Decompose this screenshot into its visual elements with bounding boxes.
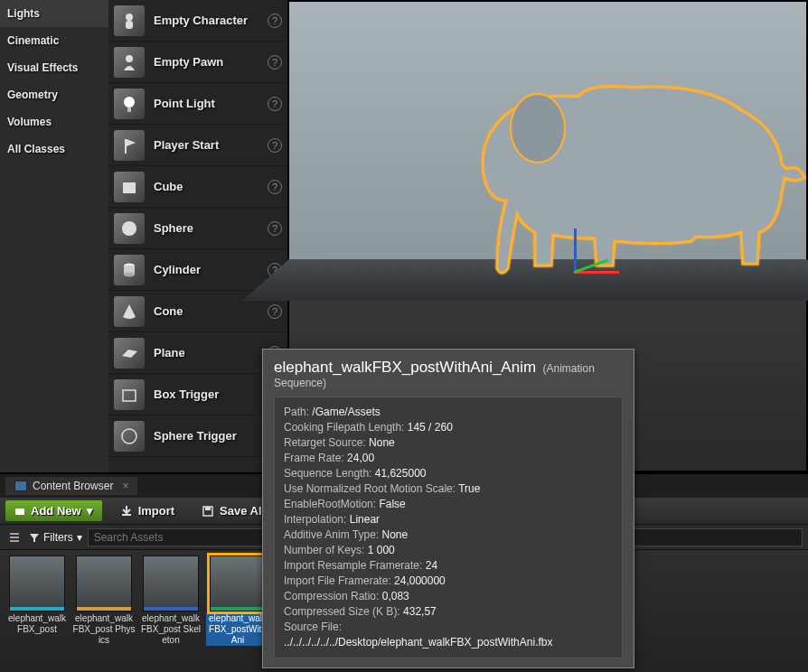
- chevron-down-icon: ▾: [87, 504, 93, 518]
- help-icon[interactable]: ?: [268, 221, 282, 236]
- asset-type-stripe: [211, 607, 265, 611]
- help-icon[interactable]: ?: [268, 55, 282, 70]
- tooltip-row-value: ../../../../../../Desktop/elephant_walkF…: [284, 636, 552, 649]
- svg-point-0: [126, 14, 133, 21]
- svg-point-3: [124, 97, 135, 107]
- actor-label: Player Start: [154, 138, 268, 152]
- tooltip-row-label: Interpolation:: [284, 513, 350, 526]
- actor-thumb-icon: [114, 338, 145, 369]
- tooltip-row-value: 24,00: [347, 452, 374, 464]
- asset-item[interactable]: elephant_walkFBX_postWithAni: [206, 555, 269, 667]
- actor-thumb-icon: [114, 172, 145, 202]
- tooltip-row-value: 24: [426, 559, 437, 572]
- category-cinematic[interactable]: Cinematic: [0, 27, 108, 54]
- tooltip-row: Path: /Game/Assets: [284, 405, 613, 420]
- actor-label: Box Trigger: [154, 387, 268, 401]
- tooltip-title: elephant_walkFBX_postWithAni_Anim: [274, 359, 536, 376]
- filter-icon: [29, 532, 40, 543]
- tooltip-row: Interpolation: Linear: [284, 512, 613, 527]
- actor-thumb-icon: [114, 130, 145, 161]
- tooltip-row-value: None: [369, 436, 395, 449]
- close-icon[interactable]: ×: [122, 480, 128, 492]
- tooltip-row-value: True: [458, 482, 480, 495]
- category-lights[interactable]: Lights: [0, 0, 108, 27]
- add-new-button[interactable]: Add New ▾: [5, 500, 102, 521]
- tooltip-row-label: Import File Framerate:: [284, 574, 394, 587]
- actor-thumb-icon: [114, 5, 145, 36]
- filters-button[interactable]: Filters ▾: [29, 531, 82, 544]
- tooltip-row: Import Resample Framerate: 24: [284, 558, 613, 574]
- asset-tooltip: elephant_walkFBX_postWithAni_Anim (Anima…: [262, 349, 634, 668]
- tooltip-row-label: Retarget Source:: [284, 436, 369, 449]
- asset-thumbnail: [76, 555, 132, 611]
- chevron-down-icon: ▾: [77, 531, 82, 544]
- help-icon[interactable]: ?: [268, 138, 282, 153]
- actor-empty-character[interactable]: Empty Character?: [108, 0, 287, 42]
- actor-thumb-icon: [114, 379, 145, 410]
- tooltip-row-value: 24,000000: [394, 574, 446, 587]
- tooltip-row: Import File Framerate: 24,000000: [284, 574, 613, 589]
- tooltip-row: Additive Anim Type: None: [284, 527, 613, 543]
- elephant-mesh[interactable]: [452, 65, 808, 282]
- asset-item[interactable]: elephant_walkFBX_post Physics: [72, 555, 136, 667]
- help-icon[interactable]: ?: [268, 304, 282, 319]
- list-icon: [8, 531, 21, 544]
- svg-point-7: [122, 221, 136, 236]
- tooltip-row: Cooking Filepath Length: 145 / 260: [284, 420, 613, 435]
- tooltip-row: Number of Keys: 1 000: [284, 543, 613, 558]
- tooltip-row-value: 1 000: [368, 544, 395, 556]
- import-button[interactable]: Import: [111, 500, 183, 521]
- actor-box-trigger[interactable]: Box Trigger?: [108, 374, 287, 415]
- asset-item[interactable]: elephant_walkFBX_post: [5, 555, 69, 667]
- category-all-classes[interactable]: All Classes: [0, 135, 108, 163]
- asset-label: elephant_walkFBX_post Skeleton: [139, 613, 202, 646]
- tooltip-row-label: Cooking Filepath Length:: [284, 421, 408, 434]
- tooltip-row: Frame Rate: 24,00: [284, 451, 613, 466]
- actor-label: Point Light: [154, 97, 268, 110]
- svg-point-10: [124, 272, 135, 276]
- tooltip-row-value: False: [379, 498, 405, 510]
- help-icon[interactable]: ?: [268, 14, 282, 28]
- help-icon[interactable]: ?: [268, 97, 282, 111]
- add-new-label: Add New: [31, 504, 81, 518]
- content-browser-tab[interactable]: Content Browser ×: [5, 477, 137, 495]
- asset-thumbnail: [210, 555, 266, 611]
- gizmo-z-axis[interactable]: [574, 229, 577, 274]
- actor-cube[interactable]: Cube?: [108, 166, 287, 208]
- tooltip-row: Retarget Source: None: [284, 435, 613, 451]
- tooltip-row-label: Compressed Size (K B):: [284, 605, 403, 618]
- svg-point-2: [126, 55, 133, 62]
- svg-point-12: [122, 429, 136, 443]
- svg-rect-5: [125, 139, 127, 154]
- tooltip-row: Compression Ratio: 0,083: [284, 589, 613, 604]
- actor-sphere-trigger[interactable]: Sphere Trigger?: [108, 415, 287, 457]
- svg-rect-4: [127, 107, 131, 112]
- asset-thumbnail: [9, 555, 65, 611]
- import-icon: [120, 505, 133, 518]
- asset-label: elephant_walkFBX_postWithAni: [206, 613, 269, 646]
- svg-rect-14: [15, 509, 24, 515]
- tooltip-row: Sequence Length: 41,625000: [284, 466, 613, 481]
- svg-rect-1: [126, 21, 133, 29]
- tooltip-row-value: None: [382, 528, 409, 541]
- tooltip-row-label: EnableRootMotion:: [284, 498, 379, 510]
- help-icon[interactable]: ?: [268, 180, 282, 194]
- actor-label: Cylinder: [154, 263, 268, 276]
- tooltip-row-label: Path:: [284, 406, 312, 418]
- asset-label: elephant_walkFBX_post Physics: [72, 613, 136, 646]
- category-geometry[interactable]: Geometry: [0, 81, 108, 108]
- category-sidebar: LightsCinematicVisual EffectsGeometryVol…: [0, 0, 108, 472]
- category-volumes[interactable]: Volumes: [0, 108, 108, 135]
- actor-point-light[interactable]: Point Light?: [108, 83, 287, 125]
- category-visual-effects[interactable]: Visual Effects: [0, 54, 108, 81]
- actor-label: Sphere: [154, 221, 268, 235]
- actor-plane[interactable]: Plane?: [108, 332, 287, 374]
- actor-player-start[interactable]: Player Start?: [108, 125, 287, 166]
- view-options-button[interactable]: [5, 528, 23, 546]
- import-label: Import: [138, 504, 174, 518]
- actor-sphere[interactable]: Sphere?: [108, 208, 287, 249]
- actor-empty-pawn[interactable]: Empty Pawn?: [108, 42, 287, 83]
- actor-thumb-icon: [114, 47, 145, 78]
- actor-label: Cone: [154, 304, 268, 318]
- asset-item[interactable]: elephant_walkFBX_post Skeleton: [139, 555, 202, 667]
